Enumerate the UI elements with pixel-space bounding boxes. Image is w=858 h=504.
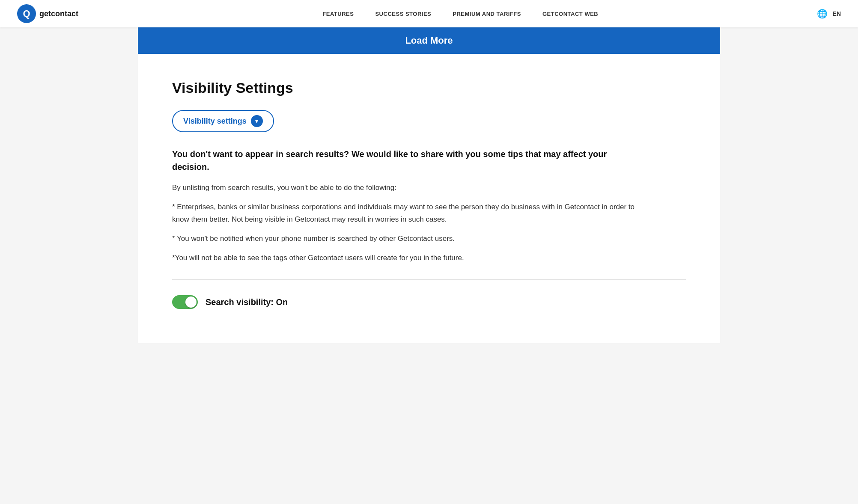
chevron-symbol: ▾ <box>255 118 258 125</box>
toggle-row: Search visibility: On <box>172 295 686 309</box>
desc-intro: By unlisting from search results, you wo… <box>172 182 643 194</box>
main-content: Visibility Settings Visibility settings … <box>138 54 720 343</box>
logo-icon: Q <box>17 4 36 23</box>
svg-text:Q: Q <box>23 8 30 19</box>
page-wrapper: Q getcontact FEATURES SUCCESS STORIES PR… <box>0 0 858 504</box>
section-title: Visibility Settings <box>172 80 686 96</box>
bullet-3: *You will not be able to see the tags ot… <box>172 252 643 264</box>
logo[interactable]: Q getcontact <box>17 4 78 23</box>
toggle-knob <box>185 296 197 308</box>
visibility-dropdown-label: Visibility settings <box>183 117 247 126</box>
navbar-links: FEATURES SUCCESS STORIES PREMIUM AND TAR… <box>104 11 817 17</box>
desc-heading: You don't want to appear in search resul… <box>172 148 643 173</box>
chevron-down-icon: ▾ <box>251 115 263 127</box>
divider <box>172 279 686 280</box>
nav-link-success-stories[interactable]: SUCCESS STORIES <box>375 11 431 17</box>
load-more-banner[interactable]: Load More <box>138 27 720 54</box>
logo-text: getcontact <box>39 9 78 18</box>
navbar: Q getcontact FEATURES SUCCESS STORIES PR… <box>0 0 858 27</box>
language-selector[interactable]: EN <box>833 10 841 17</box>
load-more-label: Load More <box>405 35 453 46</box>
globe-icon[interactable]: 🌐 <box>817 9 828 19</box>
search-visibility-toggle[interactable] <box>172 295 198 309</box>
nav-link-features[interactable]: FEATURES <box>322 11 354 17</box>
toggle-label: Search visibility: On <box>206 297 288 307</box>
bullet-2: * You won't be notified when your phone … <box>172 233 643 245</box>
nav-link-premium-tariffs[interactable]: PREMIUM AND TARIFFS <box>453 11 521 17</box>
nav-link-getcontact-web[interactable]: GETCONTACT WEB <box>542 11 598 17</box>
navbar-right: 🌐 EN <box>817 9 841 19</box>
bullet-1: * Enterprises, banks or similar business… <box>172 201 643 226</box>
visibility-settings-dropdown[interactable]: Visibility settings ▾ <box>172 110 274 132</box>
